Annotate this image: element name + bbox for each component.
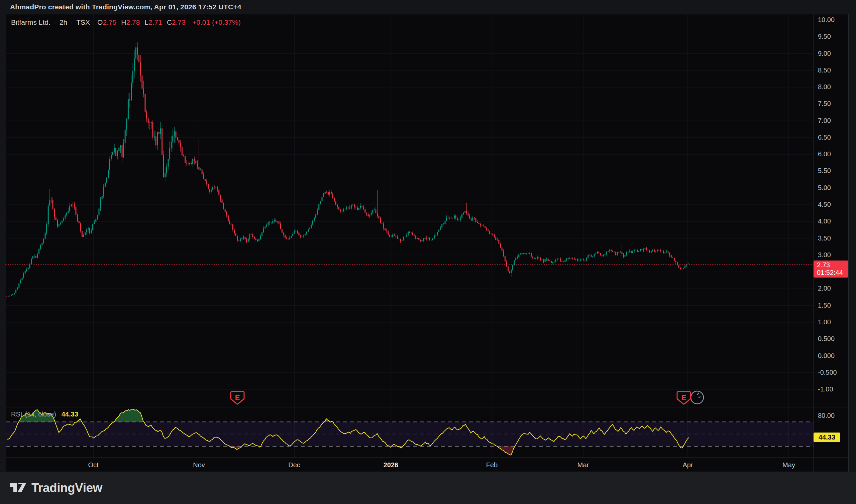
low-label: L [144,18,149,26]
high-value: 2.78 [126,18,140,26]
svg-text:E: E [235,393,240,402]
tradingview-logo[interactable]: TradingView [10,480,102,496]
price-axis-label: -1.00 [818,385,833,393]
price-axis-label: 1.00 [818,318,831,326]
price-axis-label: 1.50 [818,302,831,309]
tradingview-logo-icon [10,480,27,496]
close-value: 2.73 [172,18,186,26]
price-axis-label: 4.00 [818,217,831,225]
price-axis-label: 2.00 [818,285,831,292]
price-axis-label: 8.50 [818,67,831,74]
exchange-label: TSX [76,18,90,26]
last-price-label: 2.73 01:52:44 [814,260,848,277]
legend-separator: · [71,18,73,26]
price-axis-label: 0.500 [818,335,835,343]
bar-countdown: 01:52:44 [817,269,848,276]
rsi-value: 44.33 [62,411,78,418]
last-price-value: 2.73 [817,261,848,269]
price-axis-label: 10.00 [818,16,835,24]
price-axis-label: 4.50 [818,201,831,209]
price-axis-label: 9.50 [818,33,831,40]
price-axis-label: 3.00 [818,251,831,259]
open-value: 2.75 [103,18,116,26]
earnings-upcoming-marker[interactable]: E [677,391,703,404]
time-axis-label: Nov [193,461,205,469]
symbol-name[interactable]: Bitfarms Ltd. [11,18,51,26]
time-axis-label: May [783,461,795,469]
gridlines [6,14,814,457]
open-label: O [97,18,103,26]
price-axis-label: 6.00 [818,150,831,158]
ohlc-values: O2.75 H2.78 L2.71 C2.73 [97,18,190,26]
price-axis-label: 7.50 [818,100,831,108]
price-axis-label: 6.50 [818,133,831,141]
price-axis-label: 5.50 [818,167,831,175]
time-axis-label: Mar [578,461,589,469]
price-axis-label: -0.500 [818,369,837,376]
time-axis-label: Dec [288,461,300,469]
rsi-value-label: 44.33 [814,433,840,442]
tradingview-brand-text: TradingView [31,481,102,495]
time-axis-label: 2026 [383,461,398,469]
price-axis-label: 0.000 [818,352,835,360]
price-axis-label: 9.00 [818,50,831,57]
price-axis-label: 3.50 [818,234,831,242]
price-axis-label: 5.00 [818,184,831,192]
high-label: H [121,18,126,26]
rsi-legend[interactable]: RSI (14, close) 44.33 [11,411,78,418]
candlestick-series [6,42,689,297]
change-value: +0.01 (+0.37%) [192,18,241,26]
rsi-axis-80-label: 80.00 [818,412,835,419]
price-axis-label: 8.00 [818,83,831,91]
legend-separator: · [54,18,56,26]
time-axis-label: Feb [486,461,498,469]
symbol-legend[interactable]: Bitfarms Ltd. · 2h · TSX O2.75 H2.78 L2.… [11,18,241,26]
rsi-params: (14, close) [25,411,56,418]
low-value: 2.71 [149,18,162,26]
price-axis-label: 7.00 [818,117,831,125]
close-label: C [167,18,172,26]
chart-canvas[interactable]: EE [0,0,856,504]
rsi-title[interactable]: RSI [11,411,22,418]
earnings-marker[interactable]: E [231,392,244,404]
time-axis-label: Oct [88,461,98,469]
time-axis-label: Apr [683,461,693,469]
interval-label[interactable]: 2h [59,18,67,26]
svg-text:E: E [682,393,686,402]
footer-bar: TradingView [0,472,856,504]
